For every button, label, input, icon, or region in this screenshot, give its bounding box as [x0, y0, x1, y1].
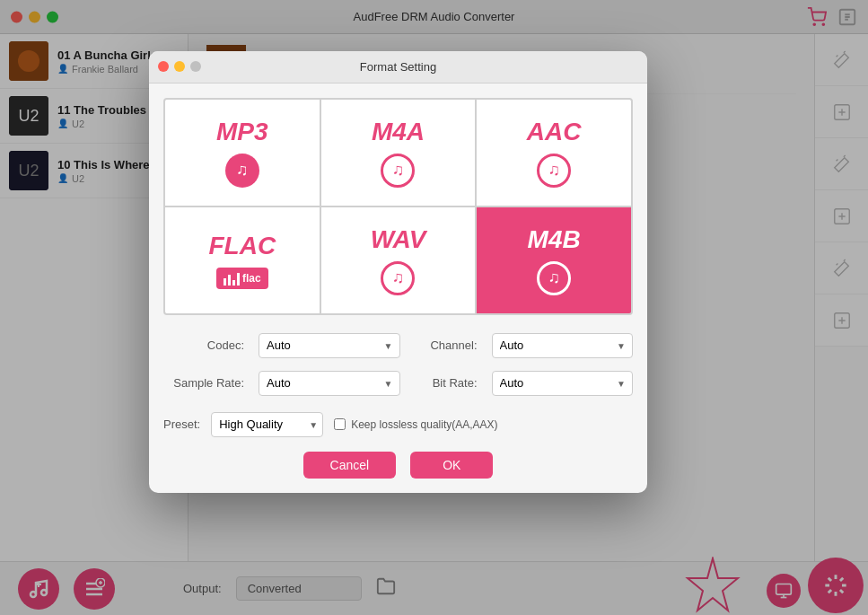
preset-row: Preset: High Quality Medium Quality Low …	[163, 409, 633, 437]
preset-select[interactable]: High Quality Medium Quality Low Quality	[211, 412, 323, 437]
m4a-icon: ♫	[381, 154, 415, 188]
cancel-button[interactable]: Cancel	[303, 452, 397, 479]
mp3-icon: ♫	[225, 154, 259, 188]
format-dialog: Format Setting MP3 ♫ M4A ♫	[149, 51, 647, 493]
channel-select-wrapper: Auto Mono Stereo ▼	[492, 333, 634, 358]
modal-overlay: Format Setting MP3 ♫ M4A ♫	[0, 0, 868, 615]
format-flac[interactable]: FLAC flac	[165, 207, 320, 313]
bit-rate-select-wrapper: Auto 128 192 256 320 ▼	[492, 371, 634, 396]
app-window: AudFree DRM Audio Converter	[0, 0, 868, 615]
sample-rate-label: Sample Rate:	[163, 376, 244, 390]
format-aac[interactable]: AAC ♫	[477, 100, 631, 206]
codec-select[interactable]: Auto MP3 AAC FLAC	[259, 333, 400, 358]
sample-rate-select-wrapper: Auto 44100 48000 96000 ▼	[259, 371, 400, 396]
m4b-icon: ♫	[537, 261, 571, 295]
format-m4a-label: M4A	[372, 118, 425, 146]
dialog-minimize[interactable]	[174, 61, 185, 72]
dialog-title-bar: Format Setting	[149, 51, 647, 83]
keep-lossless-checkbox[interactable]	[334, 418, 346, 430]
format-grid: MP3 ♫ M4A ♫ AAC ♫ FLAC	[163, 98, 633, 315]
sample-bitrate-row: Sample Rate: Auto 44100 48000 96000 ▼ Bi…	[163, 371, 633, 396]
codec-select-wrapper: Auto MP3 AAC FLAC ▼	[259, 333, 400, 358]
format-flac-label: FLAC	[209, 232, 276, 260]
format-aac-label: AAC	[527, 118, 582, 146]
preset-select-wrapper: High Quality Medium Quality Low Quality …	[211, 412, 323, 437]
sample-rate-select[interactable]: Auto 44100 48000 96000	[259, 371, 400, 396]
keep-lossless-label[interactable]: Keep lossless quality(AA,AAX)	[334, 418, 497, 431]
format-m4b-label: M4B	[528, 225, 581, 254]
format-wav-label: WAV	[371, 225, 426, 254]
format-mp3[interactable]: MP3 ♫	[165, 100, 320, 206]
bit-rate-select[interactable]: Auto 128 192 256 320	[492, 371, 634, 396]
dialog-body: MP3 ♫ M4A ♫ AAC ♫ FLAC	[149, 83, 647, 493]
bit-rate-label: Bit Rate:	[415, 376, 478, 390]
dialog-close[interactable]	[158, 61, 169, 72]
flac-badge: flac	[216, 268, 268, 289]
codec-label: Codec:	[163, 338, 244, 352]
dialog-title: Format Setting	[360, 60, 436, 74]
format-m4a[interactable]: M4A ♫	[321, 100, 476, 206]
codec-channel-row: Codec: Auto MP3 AAC FLAC ▼ Channel:	[163, 333, 633, 358]
keep-lossless-text: Keep lossless quality(AA,AAX)	[351, 418, 497, 431]
dialog-traffic-lights	[158, 61, 201, 72]
wav-icon: ♫	[381, 261, 415, 295]
ok-button[interactable]: OK	[410, 452, 493, 479]
channel-label: Channel:	[415, 338, 478, 352]
aac-icon: ♫	[537, 154, 571, 188]
preset-label: Preset:	[163, 417, 200, 431]
format-wav[interactable]: WAV ♫	[321, 207, 476, 313]
dialog-buttons: Cancel OK	[163, 452, 633, 479]
format-mp3-label: MP3	[216, 118, 268, 146]
format-m4b[interactable]: M4B ♫	[477, 207, 631, 313]
channel-select[interactable]: Auto Mono Stereo	[492, 333, 634, 358]
dialog-zoom[interactable]	[190, 61, 201, 72]
